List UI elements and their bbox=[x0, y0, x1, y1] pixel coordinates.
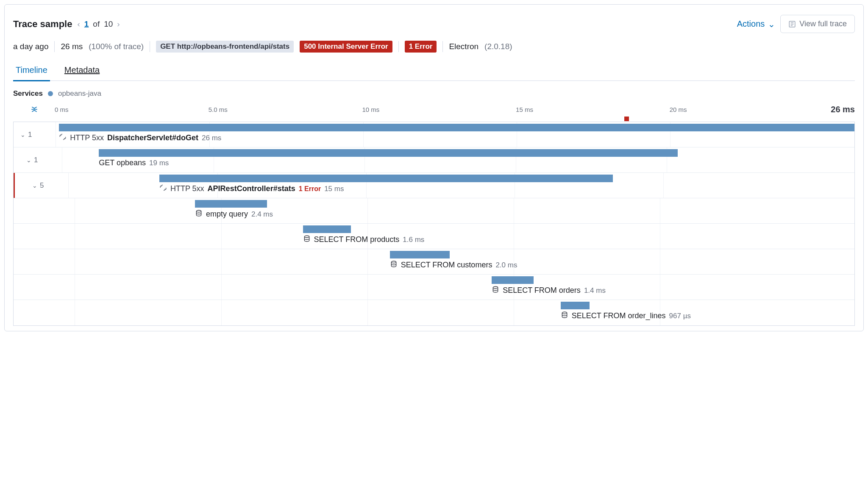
pager-total: 10 bbox=[104, 19, 113, 29]
svg-point-8 bbox=[493, 286, 498, 289]
error-marker-icon[interactable] bbox=[624, 117, 629, 121]
span-duration: 26 ms bbox=[202, 134, 221, 142]
service-name: opbeans-java bbox=[58, 89, 101, 98]
span-name: empty query bbox=[206, 210, 248, 219]
span-name: SELECT FROM orders bbox=[503, 286, 581, 295]
span-error[interactable]: 1 Error bbox=[299, 185, 321, 193]
collapse-all-icon[interactable] bbox=[13, 106, 56, 113]
span-label: SELECT FROM orders1.4 ms bbox=[492, 286, 606, 295]
row-gutter: ⌄5 bbox=[14, 173, 69, 198]
span-bar[interactable] bbox=[303, 225, 351, 233]
pager-prev-icon[interactable]: ‹ bbox=[77, 19, 80, 29]
database-icon bbox=[303, 235, 311, 244]
span-bar[interactable] bbox=[159, 175, 613, 182]
row-track: HTTP 5xxAPIRestController#stats1 Error15… bbox=[69, 173, 854, 198]
waterfall-row[interactable]: SELECT FROM customers2.0 ms bbox=[14, 249, 854, 275]
axis-end: 26 ms bbox=[831, 105, 855, 114]
chevron-down-icon[interactable]: ⌄ bbox=[26, 157, 31, 164]
row-gutter bbox=[14, 224, 75, 249]
row-gutter bbox=[14, 198, 75, 223]
span-bar[interactable] bbox=[99, 149, 678, 157]
pager-current[interactable]: 1 bbox=[84, 19, 89, 29]
database-icon bbox=[561, 311, 568, 321]
exit-span-icon bbox=[59, 133, 67, 143]
axis-tick: 5.0 ms bbox=[209, 106, 228, 113]
waterfall-row[interactable]: ⌄1HTTP 5xxDispatcherServlet#doGet26 ms bbox=[14, 122, 854, 147]
row-track: SELECT FROM customers2.0 ms bbox=[75, 249, 854, 274]
row-track: HTTP 5xxDispatcherServlet#doGet26 ms bbox=[56, 122, 854, 147]
axis-tick: 0 ms bbox=[55, 106, 69, 113]
row-gutter: ⌄1 bbox=[14, 122, 56, 147]
row-track: empty query2.4 ms bbox=[75, 198, 854, 223]
span-bar[interactable] bbox=[561, 302, 590, 309]
chevron-down-icon[interactable]: ⌄ bbox=[32, 182, 37, 189]
error-edge bbox=[14, 173, 15, 198]
chevron-down-icon: ⌄ bbox=[768, 19, 775, 29]
span-label: HTTP 5xxDispatcherServlet#doGet26 ms bbox=[59, 133, 221, 143]
request-badge: GET http://opbeans-frontend/api/stats bbox=[156, 41, 294, 53]
row-track: GET opbeans19 ms bbox=[62, 147, 854, 172]
service-color-dot bbox=[48, 91, 53, 96]
sample-pager: ‹ 1 of 10 › bbox=[77, 19, 120, 29]
child-count: 5 bbox=[40, 181, 44, 190]
svg-point-7 bbox=[391, 261, 396, 263]
row-track: SELECT FROM orders1.4 ms bbox=[75, 275, 854, 300]
axis-tick: 15 ms bbox=[516, 106, 533, 113]
waterfall-row[interactable]: ⌄1GET opbeans19 ms bbox=[14, 147, 854, 173]
waterfall-row[interactable]: SELECT FROM products1.6 ms bbox=[14, 224, 854, 249]
span-name: SELECT FROM products bbox=[314, 235, 400, 244]
span-label: HTTP 5xxAPIRestController#stats1 Error15… bbox=[159, 184, 344, 194]
span-name: SELECT FROM order_lines bbox=[572, 311, 666, 320]
waterfall-row[interactable]: SELECT FROM order_lines967 µs bbox=[14, 300, 854, 325]
waterfall-row[interactable]: SELECT FROM orders1.4 ms bbox=[14, 275, 854, 300]
tab-metadata[interactable]: Metadata bbox=[62, 62, 102, 81]
error-marker-row bbox=[56, 117, 855, 122]
database-icon bbox=[492, 286, 499, 295]
chevron-down-icon[interactable]: ⌄ bbox=[20, 131, 25, 138]
tab-timeline[interactable]: Timeline bbox=[13, 62, 50, 81]
span-duration: 1.6 ms bbox=[403, 236, 424, 244]
status-badge: 500 Internal Server Error bbox=[300, 41, 392, 53]
pager-next-icon[interactable]: › bbox=[117, 19, 120, 29]
view-full-trace-button[interactable]: View full trace bbox=[780, 15, 855, 33]
span-label: SELECT FROM order_lines967 µs bbox=[561, 311, 691, 321]
services-label: Services bbox=[13, 89, 43, 98]
span-status: HTTP 5xx bbox=[170, 184, 204, 193]
axis-tick: 10 ms bbox=[362, 106, 379, 113]
span-duration: 1.4 ms bbox=[584, 286, 606, 295]
actions-dropdown[interactable]: Actions ⌄ bbox=[737, 19, 776, 29]
error-badge[interactable]: 1 Error bbox=[405, 41, 437, 53]
row-track: SELECT FROM products1.6 ms bbox=[75, 224, 854, 249]
panel-title: Trace sample bbox=[13, 19, 72, 30]
time-axis: 0 ms5.0 ms10 ms15 ms20 ms26 ms bbox=[13, 102, 855, 117]
span-bar[interactable] bbox=[390, 251, 450, 258]
trace-age: a day ago bbox=[13, 42, 48, 51]
row-track: SELECT FROM order_lines967 µs bbox=[75, 300, 854, 325]
exit-span-icon bbox=[159, 184, 167, 194]
tabs: Timeline Metadata bbox=[13, 62, 855, 81]
span-duration: 967 µs bbox=[669, 312, 691, 320]
span-duration: 15 ms bbox=[324, 185, 344, 193]
row-gutter bbox=[14, 275, 75, 300]
document-icon bbox=[788, 20, 796, 28]
agent-version: (2.0.18) bbox=[484, 42, 512, 51]
span-bar[interactable] bbox=[492, 276, 534, 284]
pager-of: of bbox=[93, 19, 100, 29]
span-label: SELECT FROM products1.6 ms bbox=[303, 235, 425, 244]
database-icon bbox=[195, 209, 203, 219]
waterfall-row[interactable]: empty query2.4 ms bbox=[14, 198, 854, 224]
trace-info: a day ago 26 ms (100% of trace) GET http… bbox=[13, 41, 855, 53]
waterfall-row[interactable]: ⌄5HTTP 5xxAPIRestController#stats1 Error… bbox=[14, 173, 854, 198]
child-count: 1 bbox=[28, 131, 32, 139]
database-icon bbox=[390, 260, 398, 270]
span-label: GET opbeans19 ms bbox=[99, 158, 169, 167]
span-bar[interactable] bbox=[195, 200, 267, 208]
span-bar[interactable] bbox=[59, 124, 854, 131]
timeline: 0 ms5.0 ms10 ms15 ms20 ms26 ms ⌄1HTTP 5x… bbox=[13, 102, 855, 326]
row-gutter bbox=[14, 300, 75, 325]
child-count: 1 bbox=[34, 156, 38, 164]
trace-pct: (100% of trace) bbox=[89, 42, 144, 51]
span-label: empty query2.4 ms bbox=[195, 209, 273, 219]
waterfall: ⌄1HTTP 5xxDispatcherServlet#doGet26 ms⌄1… bbox=[13, 122, 855, 326]
svg-point-5 bbox=[196, 210, 201, 212]
